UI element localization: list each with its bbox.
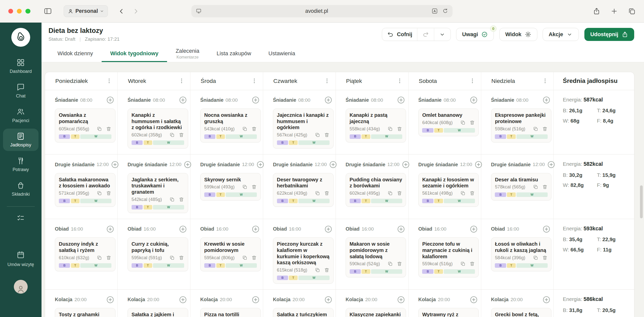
copy-meal-icon[interactable] xyxy=(533,255,538,260)
delete-meal-icon[interactable] xyxy=(324,190,330,196)
delete-meal-icon[interactable] xyxy=(542,126,548,132)
kebab-menu-icon[interactable] xyxy=(542,77,549,84)
reload-icon[interactable] xyxy=(442,8,449,14)
delete-meal-icon[interactable] xyxy=(251,184,257,190)
tab-weekly[interactable]: Widok tygodniowy xyxy=(102,46,167,62)
meal-card[interactable]: Tosty z grahamki601kcal (400g)BTW xyxy=(55,308,115,317)
delete-meal-icon[interactable] xyxy=(251,255,257,260)
copy-meal-icon[interactable] xyxy=(169,132,175,138)
tab-settings[interactable]: Ustawienia xyxy=(260,46,304,62)
forward-button[interactable] xyxy=(132,8,139,15)
app-logo[interactable] xyxy=(11,28,30,47)
delete-meal-icon[interactable] xyxy=(397,190,402,196)
tab-overview-icon[interactable] xyxy=(628,7,636,15)
copy-meal-icon[interactable] xyxy=(315,190,320,196)
copy-meal-icon[interactable] xyxy=(533,184,538,190)
copy-meal-icon[interactable] xyxy=(387,190,393,196)
meal-card[interactable]: Ekspresowe pankejki proteinowe598kcal (5… xyxy=(491,109,552,142)
add-meal-button[interactable] xyxy=(397,295,405,304)
close-window-button[interactable] xyxy=(8,9,13,14)
sidebar-item-appointment[interactable]: Umów wizytę xyxy=(6,247,36,271)
kebab-menu-icon[interactable] xyxy=(469,77,476,84)
kebab-menu-icon[interactable] xyxy=(251,77,258,84)
tab-recommendations[interactable]: ZaleceniaKomentarze xyxy=(167,46,208,62)
view-button[interactable]: Widok xyxy=(499,28,537,41)
user-avatar[interactable] xyxy=(14,280,28,294)
copy-meal-icon[interactable] xyxy=(242,126,248,132)
meal-card[interactable]: Wytrawny ryż z serkiem wiejskim i czarnu… xyxy=(418,308,479,317)
sidebar-item-menus[interactable]: Jadłospisy xyxy=(3,129,38,151)
copy-meal-icon[interactable] xyxy=(460,261,466,267)
add-meal-button[interactable] xyxy=(469,225,478,233)
meal-card[interactable]: Skyrowy sernik599kcal (493g)BTW xyxy=(200,173,261,201)
meal-card[interactable]: Makaron w sosie pomidorowym z sałatą lod… xyxy=(346,237,406,277)
delete-meal-icon[interactable] xyxy=(397,261,402,267)
add-meal-button[interactable] xyxy=(542,295,551,304)
meal-card[interactable]: Jajecznica i kanapki z hummusem i ogórki… xyxy=(273,109,334,148)
sidebar-item-chat[interactable]: Chat xyxy=(3,79,38,102)
back-button[interactable] xyxy=(118,8,125,15)
meal-card[interactable]: Sałatka z tuńczykiem i suszonymi pomidor… xyxy=(273,308,334,317)
meal-card[interactable]: Owsianka z pomarańczą605kcal (565g)BTW xyxy=(55,109,115,142)
history-chevron-button[interactable] xyxy=(434,28,451,41)
copy-meal-icon[interactable] xyxy=(97,255,102,260)
actions-button[interactable]: Akcje xyxy=(543,28,579,41)
translate-icon[interactable] xyxy=(431,8,438,14)
sidebar-panel-icon[interactable] xyxy=(44,7,52,15)
kebab-menu-icon[interactable] xyxy=(324,77,331,84)
add-meal-button[interactable] xyxy=(542,225,551,233)
delete-meal-icon[interactable] xyxy=(542,184,548,190)
add-meal-button[interactable] xyxy=(542,96,551,104)
add-meal-button[interactable] xyxy=(469,96,478,104)
new-tab-plus-icon[interactable] xyxy=(610,7,618,15)
add-meal-button[interactable] xyxy=(251,96,260,104)
redo-button[interactable] xyxy=(417,28,434,41)
kebab-menu-icon[interactable] xyxy=(106,77,113,84)
address-bar[interactable]: avodiet.pl xyxy=(191,5,453,17)
add-meal-button[interactable] xyxy=(106,295,114,304)
meal-card[interactable]: Deser ala tiramisu578kcal (565g)BTW xyxy=(491,173,552,201)
delete-meal-icon[interactable] xyxy=(179,255,184,260)
meal-card[interactable]: Łosoś w oliwkach i rukoli z kaszą jaglan… xyxy=(491,237,552,271)
meal-card[interactable]: Sałatka z jajkiem i tuńczykiemBTW xyxy=(128,308,188,317)
meal-card[interactable]: Nocna owsianka z gruszką543kcal (410g)BT… xyxy=(200,109,261,142)
add-meal-button[interactable] xyxy=(251,295,260,304)
delete-meal-icon[interactable] xyxy=(469,120,475,125)
copy-meal-icon[interactable] xyxy=(97,126,102,132)
copy-meal-icon[interactable] xyxy=(315,267,320,273)
delete-meal-icon[interactable] xyxy=(106,190,111,196)
meal-card[interactable]: Jaglanka z serkiem, truskawkami i granat… xyxy=(128,173,188,213)
add-meal-button[interactable] xyxy=(179,225,187,233)
meal-card[interactable]: Pudding chia owsiany z borówkami602kcal … xyxy=(346,173,406,207)
delete-meal-icon[interactable] xyxy=(106,126,111,132)
delete-meal-icon[interactable] xyxy=(469,190,475,196)
copy-meal-icon[interactable] xyxy=(169,255,175,260)
add-meal-button[interactable] xyxy=(179,96,187,104)
browser-profile-button[interactable]: Personal xyxy=(64,5,108,17)
delete-meal-icon[interactable] xyxy=(324,132,330,138)
meal-card[interactable]: Krewetki w sosie pomidorowym595kcal (806… xyxy=(200,237,261,271)
copy-meal-icon[interactable] xyxy=(242,255,248,260)
delete-meal-icon[interactable] xyxy=(106,255,111,260)
minimize-window-button[interactable] xyxy=(17,9,22,14)
meal-card[interactable]: Grecki bowl z fetą, granatem i kasząBTW xyxy=(491,308,552,317)
kebab-menu-icon[interactable] xyxy=(178,77,185,84)
comments-button[interactable]: Uwagi 0 xyxy=(456,28,494,41)
undo-button[interactable]: Cofnij xyxy=(382,28,417,41)
add-meal-button[interactable] xyxy=(324,295,333,304)
sidebar-item-ingredients[interactable]: Składniki xyxy=(3,178,38,200)
delete-meal-icon[interactable] xyxy=(324,267,330,273)
delete-meal-icon[interactable] xyxy=(397,126,402,132)
add-meal-button[interactable] xyxy=(106,225,114,233)
delete-meal-icon[interactable] xyxy=(251,126,257,132)
copy-meal-icon[interactable] xyxy=(533,126,538,132)
meal-card[interactable]: Kanapki z pastą jajeczną558kcal (434g)BT… xyxy=(346,109,406,142)
add-meal-button[interactable] xyxy=(397,225,405,233)
meal-card[interactable]: Pizza na tortilli615kcal (369g)BTW xyxy=(200,308,261,317)
zoom-window-button[interactable] xyxy=(25,9,30,14)
copy-meal-icon[interactable] xyxy=(169,197,175,202)
meal-card[interactable]: Curry z cukinią, papryką i tofu595kcal (… xyxy=(128,237,188,271)
meal-card[interactable]: Duszony indyk z sałatką i ryżem610kcal (… xyxy=(55,237,115,271)
sidebar-item-patients[interactable]: Pacjenci xyxy=(3,104,38,127)
add-meal-button[interactable] xyxy=(469,295,478,304)
